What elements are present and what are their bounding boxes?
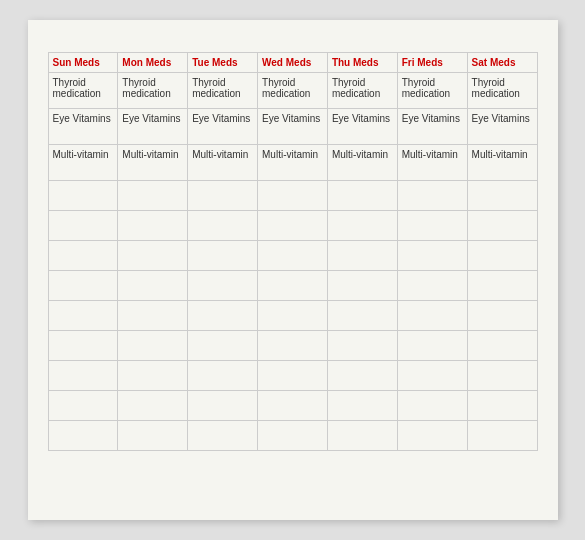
empty-cell-r5-c1: [118, 241, 188, 271]
empty-cell-r5-c0: [48, 241, 118, 271]
col-header-4: Thu Meds: [327, 53, 397, 73]
cell-r1-c5: Eye Vitamins: [397, 109, 467, 145]
empty-row: [48, 421, 537, 451]
cell-r2-c3: Multi-vitamin: [258, 145, 328, 181]
empty-cell-r6-c5: [397, 271, 467, 301]
empty-cell-r10-c1: [118, 391, 188, 421]
empty-cell-r3-c3: [258, 181, 328, 211]
cell-r1-c1: Eye Vitamins: [118, 109, 188, 145]
empty-cell-r11-c0: [48, 421, 118, 451]
empty-cell-r10-c4: [327, 391, 397, 421]
data-row: Multi-vitaminMulti-vitaminMulti-vitaminM…: [48, 145, 537, 181]
cell-r0-c4: Thyroid medication: [327, 73, 397, 109]
cell-r0-c2: Thyroid medication: [188, 73, 258, 109]
empty-cell-r8-c4: [327, 331, 397, 361]
empty-row: [48, 361, 537, 391]
empty-cell-r11-c5: [397, 421, 467, 451]
empty-row: [48, 301, 537, 331]
cell-r2-c5: Multi-vitamin: [397, 145, 467, 181]
empty-cell-r3-c1: [118, 181, 188, 211]
empty-cell-r8-c5: [397, 331, 467, 361]
empty-cell-r6-c4: [327, 271, 397, 301]
empty-cell-r4-c5: [397, 211, 467, 241]
empty-cell-r11-c1: [118, 421, 188, 451]
empty-cell-r10-c2: [188, 391, 258, 421]
empty-row: [48, 391, 537, 421]
empty-cell-r3-c4: [327, 181, 397, 211]
empty-cell-r5-c5: [397, 241, 467, 271]
cell-r2-c2: Multi-vitamin: [188, 145, 258, 181]
empty-cell-r9-c0: [48, 361, 118, 391]
col-header-5: Fri Meds: [397, 53, 467, 73]
empty-cell-r4-c3: [258, 211, 328, 241]
empty-cell-r6-c3: [258, 271, 328, 301]
empty-cell-r9-c2: [188, 361, 258, 391]
empty-cell-r11-c3: [258, 421, 328, 451]
empty-cell-r6-c2: [188, 271, 258, 301]
cell-r0-c0: Thyroid medication: [48, 73, 118, 109]
empty-cell-r6-c6: [467, 271, 537, 301]
col-header-1: Mon Meds: [118, 53, 188, 73]
empty-cell-r3-c6: [467, 181, 537, 211]
empty-cell-r4-c4: [327, 211, 397, 241]
empty-cell-r11-c4: [327, 421, 397, 451]
empty-cell-r3-c2: [188, 181, 258, 211]
header-row: Sun MedsMon MedsTue MedsWed MedsThu Meds…: [48, 53, 537, 73]
empty-cell-r8-c2: [188, 331, 258, 361]
empty-cell-r8-c1: [118, 331, 188, 361]
cell-r1-c2: Eye Vitamins: [188, 109, 258, 145]
cell-r0-c3: Thyroid medication: [258, 73, 328, 109]
empty-cell-r7-c1: [118, 301, 188, 331]
data-row: Eye VitaminsEye VitaminsEye VitaminsEye …: [48, 109, 537, 145]
cell-r2-c4: Multi-vitamin: [327, 145, 397, 181]
empty-row: [48, 271, 537, 301]
empty-cell-r5-c6: [467, 241, 537, 271]
cell-r1-c0: Eye Vitamins: [48, 109, 118, 145]
medication-table: Sun MedsMon MedsTue MedsWed MedsThu Meds…: [48, 52, 538, 451]
empty-cell-r8-c6: [467, 331, 537, 361]
empty-cell-r9-c5: [397, 361, 467, 391]
empty-cell-r9-c4: [327, 361, 397, 391]
empty-cell-r4-c6: [467, 211, 537, 241]
empty-cell-r6-c1: [118, 271, 188, 301]
cell-r1-c4: Eye Vitamins: [327, 109, 397, 145]
empty-cell-r9-c6: [467, 361, 537, 391]
cell-r0-c6: Thyroid medication: [467, 73, 537, 109]
cell-r2-c0: Multi-vitamin: [48, 145, 118, 181]
empty-cell-r4-c1: [118, 211, 188, 241]
medication-schedule-page: Sun MedsMon MedsTue MedsWed MedsThu Meds…: [28, 20, 558, 520]
empty-cell-r9-c3: [258, 361, 328, 391]
empty-cell-r11-c2: [188, 421, 258, 451]
empty-row: [48, 181, 537, 211]
empty-cell-r7-c6: [467, 301, 537, 331]
cell-r0-c1: Thyroid medication: [118, 73, 188, 109]
empty-cell-r10-c3: [258, 391, 328, 421]
empty-row: [48, 241, 537, 271]
empty-cell-r6-c0: [48, 271, 118, 301]
empty-cell-r10-c0: [48, 391, 118, 421]
cell-r1-c6: Eye Vitamins: [467, 109, 537, 145]
cell-r0-c5: Thyroid medication: [397, 73, 467, 109]
empty-cell-r7-c3: [258, 301, 328, 331]
empty-cell-r10-c5: [397, 391, 467, 421]
cell-r1-c3: Eye Vitamins: [258, 109, 328, 145]
col-header-6: Sat Meds: [467, 53, 537, 73]
empty-cell-r7-c5: [397, 301, 467, 331]
empty-cell-r11-c6: [467, 421, 537, 451]
empty-cell-r10-c6: [467, 391, 537, 421]
empty-cell-r5-c3: [258, 241, 328, 271]
empty-cell-r3-c0: [48, 181, 118, 211]
empty-cell-r5-c4: [327, 241, 397, 271]
empty-cell-r4-c2: [188, 211, 258, 241]
empty-cell-r9-c1: [118, 361, 188, 391]
cell-r2-c6: Multi-vitamin: [467, 145, 537, 181]
col-header-0: Sun Meds: [48, 53, 118, 73]
empty-cell-r8-c3: [258, 331, 328, 361]
empty-cell-r4-c0: [48, 211, 118, 241]
empty-cell-r7-c2: [188, 301, 258, 331]
empty-row: [48, 211, 537, 241]
col-header-3: Wed Meds: [258, 53, 328, 73]
empty-cell-r3-c5: [397, 181, 467, 211]
empty-cell-r7-c4: [327, 301, 397, 331]
empty-cell-r7-c0: [48, 301, 118, 331]
